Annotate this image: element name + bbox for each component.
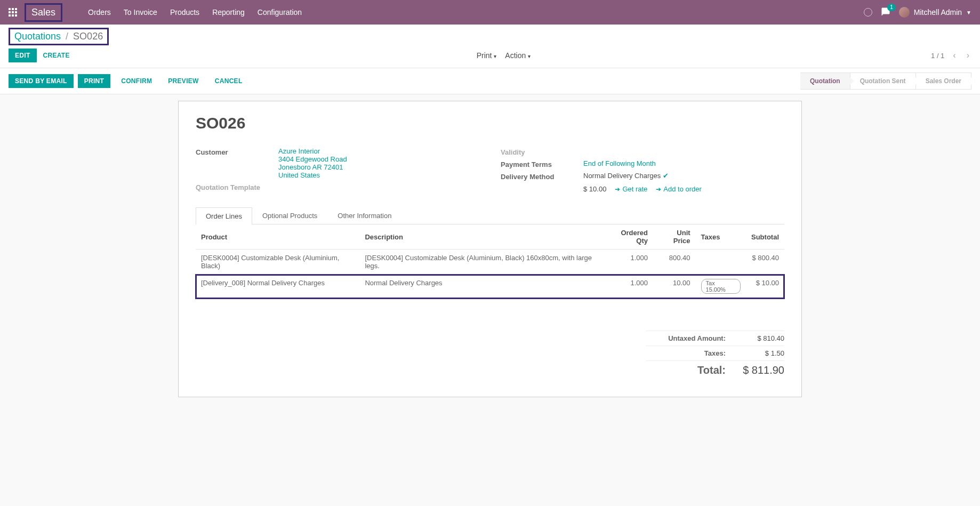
delivery-method-value: Normal Delivery Charges [583, 172, 661, 180]
label-payment-terms: Payment Terms [501, 159, 583, 168]
preview-button[interactable]: Preview [162, 74, 205, 88]
cell-product: [Delivery_008] Normal Delivery Charges [196, 275, 359, 299]
breadcrumb-parent[interactable]: Quotations [14, 31, 61, 42]
cell-description: [DESK0004] Customizable Desk (Aluminium,… [359, 250, 603, 275]
confirm-button[interactable]: Confirm [115, 74, 158, 88]
action-dropdown[interactable]: Action ▾ [505, 51, 531, 60]
send-by-email-button[interactable]: Send by Email [9, 74, 74, 88]
cell-unit-price: 10.00 [653, 275, 696, 299]
stage-quotation-sent[interactable]: Quotation Sent [850, 73, 916, 90]
customer-city: Jonesboro AR 72401 [278, 163, 479, 171]
cancel-button[interactable]: Cancel [208, 74, 249, 88]
col-taxes: Taxes [696, 224, 746, 250]
total-label: Total: [646, 364, 726, 376]
cell-description: Normal Delivery Charges [359, 275, 603, 299]
breadcrumb-current: SO026 [73, 31, 103, 42]
stage-sales-order[interactable]: Sales Order [916, 73, 971, 90]
pager-next[interactable]: › [965, 49, 971, 62]
avatar [899, 7, 910, 18]
tabs: Order Lines Optional Products Other Info… [196, 207, 784, 224]
print-button[interactable]: Print [78, 74, 111, 88]
user-name: Mitchell Admin [914, 8, 962, 17]
nav-reporting[interactable]: Reporting [212, 8, 245, 17]
col-description: Description [359, 224, 603, 250]
caret-down-icon: ▼ [966, 10, 971, 15]
total-value: $ 811.90 [736, 364, 784, 376]
top-navbar: Sales Orders To Invoice Products Reporti… [0, 0, 980, 25]
cell-unit-price: 800.40 [653, 250, 696, 275]
tab-other-information[interactable]: Other Information [327, 207, 401, 224]
stage-quotation[interactable]: Quotation [800, 73, 850, 90]
col-product: Product [196, 224, 359, 250]
form-sheet: SO026 Customer Azure Interior 3404 Edgew… [178, 101, 802, 397]
arrow-right-icon: ➔ [615, 186, 620, 193]
table-row[interactable]: [Delivery_008] Normal Delivery ChargesNo… [196, 275, 784, 299]
pager-prev[interactable]: ‹ [951, 49, 958, 62]
cell-product: [DESK0004] Customizable Desk (Aluminium,… [196, 250, 359, 275]
chat-icon[interactable]: 1 [881, 7, 890, 18]
status-stages: Quotation Quotation Sent Sales Order [800, 73, 971, 90]
taxes-label: Taxes: [646, 349, 726, 357]
label-quotation-template: Quotation Template [196, 182, 278, 191]
nav-configuration[interactable]: Configuration [258, 8, 302, 17]
nav-products[interactable]: Products [170, 8, 199, 17]
nav-menu: Orders To Invoice Products Reporting Con… [88, 8, 302, 17]
col-subtotal: Subtotal [746, 224, 784, 250]
chat-badge: 1 [887, 4, 896, 11]
tab-optional-products[interactable]: Optional Products [252, 207, 327, 224]
taxes-value: $ 1.50 [736, 349, 784, 357]
customer-name[interactable]: Azure Interior [278, 147, 479, 155]
apps-icon[interactable] [9, 8, 17, 17]
customer-street: 3404 Edgewood Road [278, 155, 479, 163]
edit-button[interactable]: Edit [9, 49, 37, 62]
delivery-price: $ 10.00 [583, 185, 606, 193]
label-customer: Customer [196, 147, 278, 156]
order-lines-table: Product Description Ordered Qty Unit Pri… [196, 224, 784, 299]
label-delivery-method: Delivery Method [501, 172, 583, 181]
customer-value: Azure Interior 3404 Edgewood Road Jonesb… [278, 147, 479, 179]
untaxed-label: Untaxed Amount: [646, 334, 726, 342]
tax-pill: Tax 15.00% [701, 279, 741, 294]
cell-taxes [696, 250, 746, 275]
untaxed-value: $ 810.40 [736, 334, 784, 342]
label-validity: Validity [501, 147, 583, 156]
arrow-right-icon: ➔ [656, 186, 661, 193]
nav-to-invoice[interactable]: To Invoice [124, 8, 157, 17]
create-button[interactable]: Create [37, 49, 76, 62]
add-to-order-link[interactable]: ➔Add to order [656, 185, 702, 193]
cell-subtotal: $ 10.00 [746, 275, 784, 299]
nav-orders[interactable]: Orders [88, 8, 111, 17]
tab-order-lines[interactable]: Order Lines [196, 207, 252, 224]
cell-taxes: Tax 15.00% [696, 275, 746, 299]
pager-text: 1 / 1 [931, 52, 944, 60]
breadcrumb-separator: / [66, 31, 68, 42]
cell-qty: 1.000 [603, 250, 653, 275]
customer-country: United States [278, 171, 479, 179]
table-row[interactable]: [DESK0004] Customizable Desk (Aluminium,… [196, 250, 784, 275]
payment-terms-value[interactable]: End of Following Month [583, 159, 656, 167]
col-unit-price: Unit Price [653, 224, 696, 250]
check-icon: ✔ [663, 172, 669, 180]
totals: Untaxed Amount: $ 810.40 Taxes: $ 1.50 T… [646, 331, 784, 380]
clock-icon[interactable] [864, 8, 872, 17]
cell-subtotal: $ 800.40 [746, 250, 784, 275]
breadcrumb: Quotations / SO026 [9, 28, 109, 45]
user-menu[interactable]: Mitchell Admin ▼ [899, 7, 971, 18]
cell-qty: 1.000 [603, 275, 653, 299]
get-rate-link[interactable]: ➔Get rate [615, 185, 647, 193]
print-dropdown[interactable]: Print ▾ [477, 51, 497, 60]
col-ordered-qty: Ordered Qty [603, 224, 653, 250]
app-name: Sales [25, 3, 62, 22]
record-title: SO026 [196, 114, 784, 132]
